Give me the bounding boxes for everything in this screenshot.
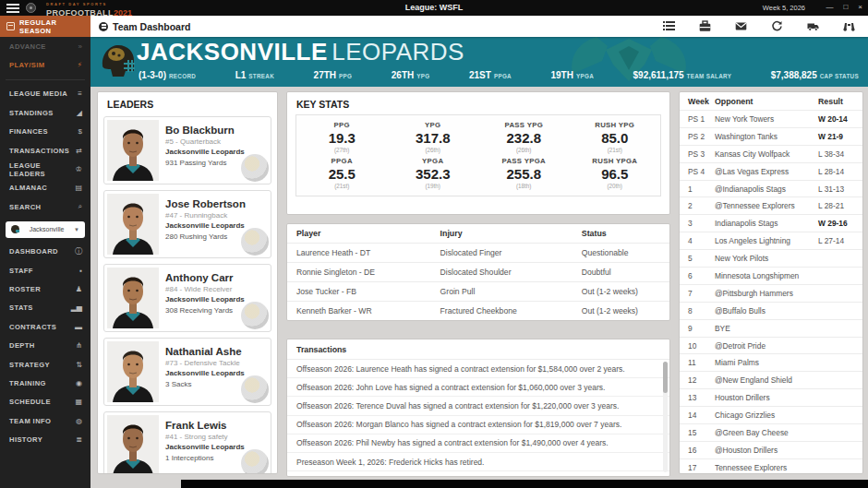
- leader-card[interactable]: Jose Robertson #47 - Runningback Jackson…: [103, 190, 271, 258]
- schedule-row[interactable]: 16@Houston Drillers: [680, 442, 862, 459]
- schedule-row[interactable]: 2@Tennessee ExplorersL 28-21: [680, 197, 862, 215]
- schedule-opponent: Houston Drillers: [715, 393, 818, 402]
- strategy-icon: ⇅: [76, 361, 82, 369]
- player-position: #47 - Runningback: [165, 211, 267, 220]
- sidebar-item-play-sim[interactable]: PLAY/SIM ⚡: [0, 55, 90, 74]
- sidebar-item-depth[interactable]: DEPTH ⋔: [0, 336, 90, 354]
- search-icon: ⌕: [78, 202, 82, 211]
- sidebar-item-staff[interactable]: STAFF ▪: [0, 261, 90, 280]
- title-bar: DRAFT DAY SPORTS PROFOOTBALL2021 League:…: [0, 0, 868, 16]
- book-icon: ▤: [75, 184, 82, 192]
- maximize-button[interactable]: □: [843, 2, 848, 13]
- schedule-result: L 38-34: [818, 149, 862, 159]
- dashboard-icon: ⓘ: [75, 246, 82, 256]
- sidebar-item-dashboard[interactable]: DASHBOARD ⓘ: [0, 243, 90, 261]
- sidebar-item-stats[interactable]: STATS ▂▅: [0, 299, 90, 317]
- injury-row[interactable]: Laurence Heath - DT Dislocated Finger Qu…: [287, 244, 669, 263]
- leader-card[interactable]: Frank Lewis #41 - Strong safety Jacksonv…: [103, 411, 271, 474]
- schedule-week: 16: [680, 446, 715, 455]
- advance-icon: »: [78, 42, 82, 51]
- schedule-opponent: Miami Palms: [715, 358, 818, 367]
- schedule-opponent: Indianapolis Stags: [715, 219, 818, 228]
- schedule-opponent: @Tennessee Explorers: [715, 201, 818, 210]
- schedule-row[interactable]: 13Houston Drillers: [680, 389, 862, 407]
- stats-icon: ▂▅: [71, 304, 82, 312]
- streak-label: STREAK: [248, 73, 274, 79]
- schedule-row[interactable]: 7@Pittsburgh Hammers: [680, 285, 862, 303]
- schedule-row[interactable]: 1@Indianapolis StagsL 31-13: [680, 181, 862, 198]
- team-selector-value: Jacksonville: [24, 226, 69, 232]
- close-button[interactable]: ×: [858, 2, 862, 13]
- schedule-row[interactable]: 14Chicago Grizzlies: [680, 407, 862, 424]
- sidebar-item-training[interactable]: TRAINING ◉: [0, 374, 90, 392]
- briefcase-icon[interactable]: [699, 20, 711, 32]
- sidebar-item-finances[interactable]: FINANCES $: [0, 123, 90, 141]
- schedule-row[interactable]: PS 3Kansas City WolfpackL 38-34: [680, 146, 862, 163]
- injury-row[interactable]: Ronnie Singleton - DE Dislocated Shoulde…: [287, 263, 669, 282]
- transaction-item: Preseason Week 1, 2026: Michael High has…: [287, 471, 669, 477]
- sidebar-item-roster[interactable]: ROSTER ♟: [0, 280, 90, 298]
- schedule-opponent: @New England Shield: [715, 375, 818, 385]
- mail-icon[interactable]: [735, 20, 747, 32]
- schedule-row[interactable]: 3Indianapolis StagsW 29-16: [680, 215, 862, 232]
- ppga-rank-value: 21ST: [469, 70, 491, 80]
- team-selector-dropdown[interactable]: Jacksonville ▼: [6, 221, 85, 238]
- season-header[interactable]: REGULAR SEASON: [0, 16, 90, 37]
- sidebar-item-strategy[interactable]: STRATEGY ⇅: [0, 355, 90, 374]
- sidebar-item-standings[interactable]: STANDINGS ◢: [0, 103, 90, 122]
- injury-player: Ronnie Singleton - DE: [287, 263, 440, 281]
- injury-row[interactable]: Kenneth Barker - WR Fractured Cheekbone …: [287, 302, 669, 320]
- schedule-result: L 31-13: [818, 184, 862, 194]
- leader-card[interactable]: Nathanial Ashe #73 - Defensive Tackle Ja…: [103, 338, 271, 406]
- schedule-row[interactable]: 12@New England Shield: [680, 372, 862, 389]
- scrollbar-thumb[interactable]: [663, 362, 668, 393]
- schedule-row[interactable]: PS 1New York TowersW 20-14: [680, 111, 862, 128]
- sidebar-item-search[interactable]: SEARCH ⌕: [0, 197, 90, 216]
- schedule-row[interactable]: 10@Detroit Pride: [680, 338, 862, 355]
- schedule-row[interactable]: 15@Green Bay Cheese: [680, 424, 862, 442]
- ppg-rank-value: 27TH: [314, 70, 336, 80]
- leader-card[interactable]: Bo Blackburn #5 - Quarterback Jacksonvil…: [103, 116, 271, 184]
- sidebar-item-contracts[interactable]: CONTRACTS ▬: [0, 317, 90, 336]
- schedule-row[interactable]: 17Tennessee Explorers: [680, 459, 862, 474]
- player-name: Jose Robertson: [165, 198, 267, 209]
- transaction-item: Offseason 2026: John Love has signed a c…: [287, 378, 669, 397]
- schedule-row[interactable]: 4Los Angeles LightningL 27-14: [680, 232, 862, 250]
- sidebar-item-schedule[interactable]: SCHEDULE ▦: [0, 393, 90, 411]
- minimize-button[interactable]: —: [826, 2, 833, 13]
- season-label: REGULAR SEASON: [19, 18, 90, 35]
- schedule-row[interactable]: 5New York Pilots: [680, 250, 862, 268]
- truck-icon[interactable]: [807, 20, 819, 32]
- sidebar-item-league-media[interactable]: LEAGUE MEDIA ≡: [0, 85, 90, 103]
- sidebar-item-advance[interactable]: ADVANCE »: [0, 37, 90, 55]
- sidebar-item-league-leaders[interactable]: LEAGUE LEADERS ♔: [0, 160, 90, 178]
- sidebar-item-almanac[interactable]: ALMANAC ▤: [0, 179, 90, 197]
- schedule-result: L 28-14: [818, 167, 862, 176]
- transactions-scrollbar[interactable]: [663, 362, 668, 472]
- schedule-opponent: @Indianapolis Stags: [715, 184, 818, 194]
- schedule-opponent: New York Pilots: [715, 254, 818, 263]
- sidebar-item-history[interactable]: HISTORY ≣: [0, 430, 90, 448]
- injury-row[interactable]: Jose Tucker - FB Groin Pull Out (1-2 wee…: [287, 282, 669, 302]
- refresh-icon[interactable]: [771, 20, 783, 32]
- binoculars-icon[interactable]: [843, 20, 855, 32]
- injury-type: Dislocated Shoulder: [440, 263, 582, 281]
- schedule-opponent: @Detroit Pride: [715, 341, 818, 351]
- sidebar-item-transactions[interactable]: TRANSACTIONS ⇄: [0, 141, 90, 160]
- schedule-row[interactable]: 8@Buffalo Bulls: [680, 303, 862, 320]
- stat-rush-ypg: RUSH YPG85.0(21st): [570, 121, 661, 153]
- stat-rush-ypga: RUSH YPGA96.5(20th): [570, 157, 661, 189]
- transactions-title: Transactions: [287, 339, 669, 360]
- leader-card[interactable]: Anthony Carr #84 - Wide Receiver Jackson…: [103, 264, 271, 332]
- schedule-row[interactable]: 11Miami Palms: [680, 354, 862, 372]
- schedule-week: 5: [680, 254, 715, 263]
- list-icon[interactable]: [663, 20, 675, 32]
- schedule-row[interactable]: PS 2Washington TanksW 21-9: [680, 128, 862, 146]
- schedule-row[interactable]: 6Minnesota Longshipmen: [680, 268, 862, 285]
- page-toolbar: Team Dashboard: [90, 16, 868, 37]
- sidebar-item-team-info[interactable]: TEAM INFO ◍: [0, 411, 90, 430]
- info-icon: ◍: [76, 417, 82, 425]
- schedule-row[interactable]: PS 4@Las Vegas ExpressL 28-14: [680, 163, 862, 181]
- stat-ypg: YPG317.8(26th): [388, 121, 479, 153]
- schedule-row[interactable]: 9BYE: [680, 320, 862, 338]
